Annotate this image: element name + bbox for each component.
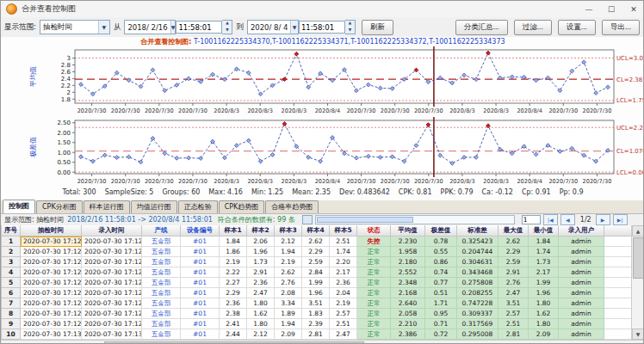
- table-cell[interactable]: admin: [559, 319, 604, 329]
- tab-2[interactable]: CPK分析图: [36, 200, 83, 213]
- table-cell[interactable]: admin: [559, 298, 604, 309]
- table-cell[interactable]: 2.09: [275, 329, 302, 340]
- table-cell[interactable]: admin: [559, 236, 604, 247]
- table-cell[interactable]: 1.99: [302, 278, 330, 288]
- table-cell[interactable]: 2.27: [220, 278, 247, 288]
- scroll-down-icon[interactable]: ▼: [632, 329, 644, 340]
- table-cell[interactable]: [604, 257, 634, 267]
- table-cell[interactable]: 0.55: [425, 247, 457, 257]
- table-cell[interactable]: [604, 309, 634, 319]
- settings-button[interactable]: 设置...: [558, 20, 596, 35]
- column-header[interactable]: 状态: [357, 225, 391, 236]
- status-cell[interactable]: 正常: [357, 257, 391, 267]
- table-cell[interactable]: #01: [181, 247, 220, 257]
- table-cell[interactable]: 2.640: [391, 298, 425, 309]
- table-cell[interactable]: 0.77: [425, 278, 457, 288]
- table-cell[interactable]: [604, 298, 634, 309]
- tab-5[interactable]: 正态检验: [178, 200, 218, 213]
- table-row[interactable]: 92020-07-30 17:12:592020-07-30 17:12:59五…: [2, 319, 634, 329]
- subtotal-button[interactable]: 分类汇总...: [455, 20, 508, 35]
- table-cell[interactable]: 2.44: [220, 329, 247, 340]
- table-cell[interactable]: 2020-07-30 17:12:59: [21, 309, 82, 319]
- table-cell[interactable]: admin: [559, 257, 604, 267]
- refresh-button[interactable]: 刷新: [362, 20, 393, 35]
- table-cell[interactable]: [604, 319, 634, 329]
- last-page-button[interactable]: ▶|: [613, 214, 628, 225]
- table-cell[interactable]: 2020-07-30 17:12:59: [82, 298, 142, 309]
- table-cell[interactable]: 1.73: [247, 257, 275, 267]
- table-cell[interactable]: 0.78: [425, 236, 457, 247]
- column-header[interactable]: 录入用户: [559, 225, 604, 236]
- table-cell[interactable]: 1.80: [247, 298, 275, 309]
- table-cell[interactable]: 1.84: [529, 236, 559, 247]
- to-time-input[interactable]: [299, 21, 345, 34]
- to-date-picker[interactable]: 2020/ 8/ 4 ▼: [247, 20, 299, 34]
- table-row[interactable]: 52020-07-30 17:12:582020-07-30 17:12:58五…: [2, 278, 634, 288]
- table-cell[interactable]: 2.57: [330, 309, 357, 319]
- column-header[interactable]: 样本5: [330, 225, 357, 236]
- table-cell[interactable]: admin: [559, 288, 604, 298]
- table-cell[interactable]: 2020-07-30 17:12:58: [21, 288, 82, 298]
- table-cell[interactable]: 2.81: [498, 329, 529, 340]
- table-cell[interactable]: [604, 267, 634, 278]
- prev-page-button[interactable]: ◀: [560, 214, 575, 225]
- table-row[interactable]: 62020-07-30 17:12:582020-07-30 17:12:58五…: [2, 288, 634, 298]
- table-cell[interactable]: #01: [181, 267, 220, 278]
- table-cell[interactable]: 2020-07-30 17:12:58: [21, 278, 82, 288]
- table-cell[interactable]: 1.96: [529, 288, 559, 298]
- status-cell[interactable]: 正常: [357, 329, 391, 340]
- table-cell[interactable]: 2020-07-30 17:12:58: [82, 288, 142, 298]
- table-row[interactable]: 22020-07-30 17:12:572020-07-30 17:12:57五…: [2, 247, 634, 257]
- table-cell[interactable]: 2.168: [391, 288, 425, 298]
- table-cell[interactable]: 1.80: [529, 298, 559, 309]
- table-cell[interactable]: 3.51: [302, 298, 330, 309]
- table-cell[interactable]: 2020-07-30 17:13:00: [21, 329, 82, 340]
- table-cell[interactable]: 0.275808: [457, 278, 498, 288]
- table-cell[interactable]: admin: [559, 278, 604, 288]
- table-cell[interactable]: 1.84: [220, 236, 247, 247]
- table-cell[interactable]: 2.51: [498, 319, 529, 329]
- table-cell[interactable]: 1.99: [529, 278, 559, 288]
- table-cell[interactable]: 0.317569: [457, 319, 498, 329]
- table-cell[interactable]: #01: [181, 309, 220, 319]
- status-cell[interactable]: 正常: [357, 309, 391, 319]
- table-cell[interactable]: admin: [559, 329, 604, 340]
- table-cell[interactable]: 2020-07-30 17:13:00: [82, 329, 142, 340]
- next-page-button[interactable]: ▶: [596, 214, 610, 225]
- table-cell[interactable]: 2.19: [330, 298, 357, 309]
- maximize-button[interactable]: ☐: [600, 2, 622, 16]
- table-cell[interactable]: 1.96: [247, 247, 275, 257]
- vertical-scroll-thumb[interactable]: [633, 237, 644, 279]
- table-cell[interactable]: 2.19: [220, 257, 247, 267]
- vertical-scrollbar[interactable]: ▲ ▼: [631, 225, 643, 340]
- table-cell[interactable]: 2.29: [220, 288, 247, 298]
- range-type-dropdown[interactable]: 抽检时间 ▼: [40, 20, 110, 34]
- table-cell[interactable]: 0.74: [425, 267, 457, 278]
- table-cell[interactable]: admin: [559, 247, 604, 257]
- table-cell[interactable]: 7: [2, 298, 21, 309]
- range-slider-thumb[interactable]: [317, 217, 413, 223]
- table-cell[interactable]: 2.12: [275, 236, 302, 247]
- table-cell[interactable]: #01: [181, 288, 220, 298]
- table-cell[interactable]: 2.91: [498, 267, 529, 278]
- table-cell[interactable]: 2.59: [498, 257, 529, 267]
- table-cell[interactable]: 2.36: [220, 298, 247, 309]
- column-header[interactable]: 标准差: [457, 225, 498, 236]
- table-cell[interactable]: [604, 288, 634, 298]
- table-cell[interactable]: 4: [2, 267, 21, 278]
- table-cell[interactable]: 1.62: [247, 309, 275, 319]
- table-cell[interactable]: 2020-07-30 17:12:59: [21, 298, 82, 309]
- minimize-button[interactable]: —: [578, 2, 600, 16]
- table-cell[interactable]: 2.59: [302, 257, 330, 267]
- table-cell[interactable]: 2.62: [498, 236, 529, 247]
- column-header[interactable]: 抽检时间: [21, 225, 82, 236]
- table-cell[interactable]: 五金部: [142, 257, 181, 267]
- table-cell[interactable]: 2.36: [330, 278, 357, 288]
- table-row[interactable]: 12020-07-30 17:12:572020-07-30 17:12:57五…: [2, 236, 634, 247]
- status-cell[interactable]: 正常: [357, 288, 391, 298]
- table-cell[interactable]: 2.29: [498, 247, 529, 257]
- table-cell[interactable]: 五金部: [142, 267, 181, 278]
- mean-control-chart[interactable]: 平均值32.82.62.42.221.82020/7/302020/7/3020…: [1, 46, 644, 117]
- table-cell[interactable]: 6: [2, 288, 21, 298]
- table-cell[interactable]: admin: [559, 309, 604, 319]
